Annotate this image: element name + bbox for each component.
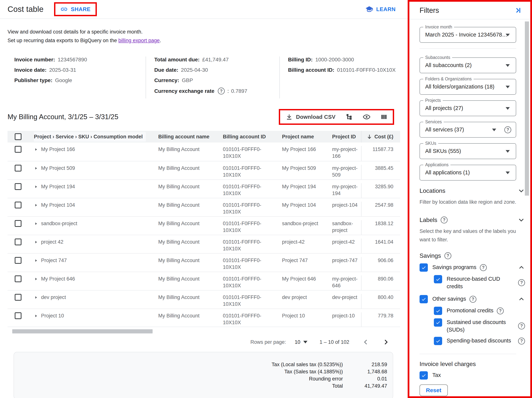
- schema-tree-icon: [345, 113, 353, 121]
- filters-header: Filters: [409, 2, 530, 19]
- rows-per-page-select[interactable]: 10: [295, 339, 307, 345]
- row-checkbox[interactable]: [15, 239, 21, 245]
- row-checkbox[interactable]: [15, 275, 21, 282]
- group-by-button[interactable]: [345, 113, 353, 121]
- expand-row-icon[interactable]: [34, 314, 38, 318]
- row-checkbox[interactable]: [15, 183, 21, 190]
- table-row: Project 747 My Billing Account 010101-F0…: [7, 253, 400, 272]
- vertical-scrollbar[interactable]: [525, 21, 529, 196]
- cost-table-page: Cost table SHARE LEARN View and download…: [0, 0, 532, 398]
- chevron-down-icon[interactable]: [518, 187, 525, 194]
- help-icon[interactable]: [518, 323, 525, 330]
- savings-title: Savings: [419, 252, 451, 259]
- next-page-button[interactable]: [382, 339, 389, 345]
- project-id-cell: project-10: [329, 312, 361, 319]
- share-button[interactable]: SHARE: [60, 6, 91, 13]
- expand-row-icon[interactable]: [34, 221, 38, 226]
- filters-title: Filters: [419, 6, 439, 14]
- column-header-billing-account-name[interactable]: Billing account name: [152, 134, 217, 140]
- row-checkbox[interactable]: [15, 257, 21, 264]
- locations-description: Filter by location data like region and …: [419, 198, 519, 206]
- project-id-cell: dev-project: [329, 294, 361, 301]
- help-icon[interactable]: [504, 126, 511, 133]
- services-select[interactable]: Services All services (37): [419, 122, 516, 138]
- horizontal-scrollbar-thumb[interactable]: [12, 329, 152, 333]
- billing-export-link[interactable]: billing export page: [118, 38, 159, 43]
- visibility-button[interactable]: [363, 113, 371, 121]
- chevron-up-icon[interactable]: [518, 264, 525, 271]
- column-header-project-name[interactable]: Project name: [275, 134, 329, 140]
- pagination: Rows per page: 10 1 – 10 of 102: [7, 339, 400, 345]
- row-checkbox[interactable]: [15, 202, 21, 208]
- dropdown-arrow-icon: [506, 150, 510, 153]
- previous-page-button[interactable]: [362, 339, 369, 345]
- collapse-panel-button[interactable]: [514, 6, 522, 14]
- row-checkbox[interactable]: [15, 165, 21, 172]
- reset-button[interactable]: Reset: [419, 385, 448, 396]
- resource-cud-checkbox[interactable]: [434, 275, 442, 283]
- table-row: project 42 My Billing Account 010101-F0F…: [7, 235, 400, 253]
- help-icon[interactable]: [469, 296, 476, 303]
- table-section-header: My Billing Account, 3/1/25 – 3/31/25 Dow…: [7, 109, 400, 125]
- learn-button[interactable]: LEARN: [365, 5, 396, 13]
- columns-button[interactable]: [380, 113, 387, 120]
- billing-account-name-cell: My Billing Account: [152, 165, 217, 172]
- help-icon[interactable]: [497, 307, 504, 314]
- graduation-cap-icon: [365, 5, 373, 13]
- help-icon[interactable]: [444, 252, 451, 259]
- other-savings-checkbox[interactable]: [419, 295, 428, 303]
- help-icon[interactable]: [218, 87, 225, 94]
- invoice-date-row: Invoice date: 2025-03-31: [14, 67, 146, 73]
- tax-checkbox[interactable]: [419, 371, 428, 379]
- row-checkbox[interactable]: [15, 294, 21, 301]
- savings-programs-checkbox[interactable]: [419, 263, 428, 272]
- expand-row-icon[interactable]: [34, 147, 38, 152]
- help-icon[interactable]: [480, 264, 487, 271]
- project-id-cell: my-project-646: [329, 275, 361, 289]
- row-checkbox[interactable]: [15, 146, 21, 153]
- spending-based-discounts-checkbox[interactable]: [434, 337, 442, 345]
- expand-row-icon[interactable]: [34, 258, 38, 263]
- select-all-checkbox[interactable]: [15, 133, 21, 140]
- labels-title: Labels: [419, 217, 448, 224]
- subaccounts-select[interactable]: Subaccounts All subaccounts (2): [419, 57, 516, 73]
- project-name-cell: My Project 646: [275, 275, 329, 282]
- project-cell: dev project: [41, 294, 66, 301]
- summary-row: Tax (Local sales tax (0.5235%)) 218.59: [21, 361, 387, 368]
- applications-select[interactable]: Applications All applications (1): [419, 165, 516, 180]
- projects-select[interactable]: Projects All projects (27): [419, 100, 516, 116]
- column-header-project-id[interactable]: Project ID: [329, 134, 361, 140]
- intro-line2-prefix: Set up recurring data exports to BigQuer…: [7, 38, 118, 43]
- column-header-project[interactable]: Project › Service › SKU › Consumption mo…: [30, 132, 152, 142]
- horizontal-scrollbar[interactable]: [7, 329, 400, 333]
- download-csv-button[interactable]: Download CSV: [285, 113, 336, 121]
- sustained-use-discounts-checkbox[interactable]: [434, 318, 442, 327]
- column-header-cost[interactable]: Cost (£): [361, 131, 400, 143]
- row-checkbox[interactable]: [15, 220, 21, 227]
- top-bar: Cost table SHARE LEARN: [0, 0, 408, 19]
- help-icon[interactable]: [518, 279, 525, 286]
- expand-row-icon[interactable]: [34, 203, 38, 207]
- chevron-left-icon: [362, 339, 369, 345]
- chevron-down-icon[interactable]: [518, 216, 525, 224]
- skus-select[interactable]: SKUs All SKUs (555): [419, 143, 516, 159]
- expand-row-icon[interactable]: [34, 277, 38, 281]
- project-id-cell: sandbox-project: [329, 220, 361, 234]
- expand-row-icon[interactable]: [34, 166, 38, 171]
- chevron-up-icon[interactable]: [518, 296, 525, 303]
- intro-line2-suffix: .: [160, 38, 161, 43]
- help-icon[interactable]: [441, 217, 448, 224]
- table-row: My Project 646 My Billing Account 010101…: [7, 272, 400, 290]
- invoice-month-select[interactable]: Invoice month March 2025 - Invoice 12345…: [419, 27, 516, 43]
- download-csv-label: Download CSV: [296, 114, 336, 120]
- expand-row-icon[interactable]: [34, 240, 38, 244]
- row-checkbox[interactable]: [15, 312, 21, 319]
- currency-row: Currency: GBP: [154, 77, 279, 84]
- folders-organizations-select[interactable]: Folders & Organizations All folders/orga…: [419, 79, 516, 95]
- expand-row-icon[interactable]: [34, 185, 38, 189]
- column-header-billing-account-id[interactable]: Billing account ID: [217, 134, 275, 140]
- help-icon[interactable]: [518, 338, 525, 345]
- promotional-credits-checkbox[interactable]: [434, 307, 442, 315]
- table-header-row: Project › Service › SKU › Consumption mo…: [7, 131, 400, 143]
- expand-row-icon[interactable]: [34, 295, 38, 300]
